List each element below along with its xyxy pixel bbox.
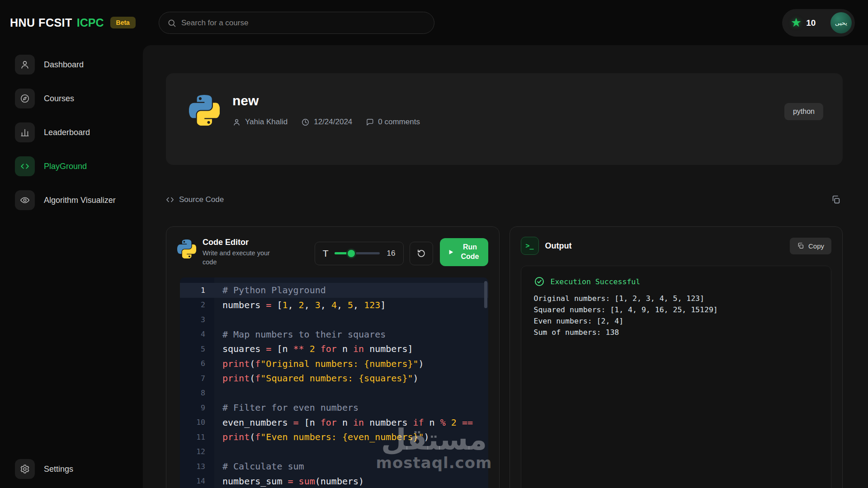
code-line-12[interactable]: 12 bbox=[180, 445, 488, 460]
sidebar-item-courses[interactable]: Courses bbox=[0, 89, 143, 108]
run-code-label: Run Code bbox=[459, 243, 481, 262]
sidebar-item-label: Courses bbox=[44, 94, 74, 103]
code-line-1[interactable]: 1# Python Playground bbox=[180, 283, 488, 298]
sidebar-item-settings[interactable]: Settings bbox=[0, 459, 143, 479]
code-text: print(f"Even numbers: {even_numbers}") bbox=[214, 432, 429, 442]
header: HNU FCSIT ICPC Beta ★ 10 يحيى bbox=[0, 0, 868, 45]
line-number: 14 bbox=[180, 477, 214, 485]
copy-label: Copy bbox=[808, 242, 824, 250]
eye-icon bbox=[15, 190, 35, 210]
code-line-10[interactable]: 10even_numbers = [n for n in numbers if … bbox=[180, 415, 488, 430]
code-line-13[interactable]: 13# Calculate sum bbox=[180, 459, 488, 474]
comment-icon bbox=[366, 118, 374, 126]
output-title: Output bbox=[545, 241, 572, 251]
copy-output-button[interactable]: Copy bbox=[790, 238, 831, 254]
output-line: Squared numbers: [1, 4, 9, 16, 25, 15129… bbox=[534, 304, 819, 315]
code-line-4[interactable]: 4# Map numbers to their squares bbox=[180, 327, 488, 342]
execution-status: Execution Successful bbox=[534, 276, 819, 287]
code-lines: 1# Python Playground2numbers = [1, 2, 3,… bbox=[180, 283, 488, 488]
line-number: 7 bbox=[180, 374, 214, 383]
output-header: >_ Output Copy bbox=[510, 227, 843, 265]
copy-icon bbox=[797, 242, 804, 249]
avatar[interactable]: يحيى bbox=[830, 12, 852, 33]
post-info: new Yahia Khalid 12/24/2024 0 comments bbox=[232, 95, 420, 127]
line-number: 2 bbox=[180, 300, 214, 309]
search-bar[interactable] bbox=[159, 12, 434, 34]
brand-primary: HNU FCSIT bbox=[10, 16, 72, 29]
user-icon bbox=[232, 118, 241, 127]
sidebar-item-dashboard[interactable]: Dashboard bbox=[0, 55, 143, 75]
line-number: 5 bbox=[180, 345, 214, 353]
code-icon bbox=[15, 156, 35, 176]
comments-meta: 0 comments bbox=[366, 117, 420, 127]
sidebar-item-label: Algorithm Visualizer bbox=[44, 196, 116, 205]
slider-thumb[interactable] bbox=[348, 250, 355, 257]
font-size-slider[interactable] bbox=[335, 252, 380, 254]
search-input[interactable] bbox=[181, 19, 426, 28]
line-number: 9 bbox=[180, 404, 214, 412]
sidebar-item-label: Dashboard bbox=[44, 60, 84, 70]
code-line-2[interactable]: 2numbers = [1, 2, 3, 4, 5, 123] bbox=[180, 298, 488, 313]
play-icon bbox=[447, 249, 454, 256]
editor-titles: Code Editor Write and execute your code bbox=[203, 238, 280, 267]
output-line: Sum of numbers: 138 bbox=[534, 327, 819, 338]
sidebar-items: DashboardCoursesLeaderboardPlayGroundAlg… bbox=[0, 55, 143, 210]
sidebar-item-label: Leaderboard bbox=[44, 128, 90, 137]
code-text: # Map numbers to their squares bbox=[214, 329, 386, 340]
post-meta: Yahia Khalid 12/24/2024 0 comments bbox=[232, 117, 420, 127]
line-number: 8 bbox=[180, 389, 214, 397]
bar-chart-icon bbox=[15, 122, 35, 142]
code-text: numbers_sum = sum(numbers) bbox=[214, 476, 364, 487]
sidebar-item-playground[interactable]: PlayGround bbox=[0, 156, 143, 176]
post-title: new bbox=[232, 93, 420, 108]
output-lines: Original numbers: [1, 2, 3, 4, 5, 123]Sq… bbox=[534, 293, 819, 338]
output-line: Original numbers: [1, 2, 3, 4, 5, 123] bbox=[534, 293, 819, 304]
code-line-11[interactable]: 11print(f"Even numbers: {even_numbers}") bbox=[180, 430, 488, 445]
user-icon bbox=[15, 55, 35, 75]
code-line-8[interactable]: 8 bbox=[180, 386, 488, 401]
reset-button[interactable] bbox=[410, 242, 433, 265]
date-meta: 12/24/2024 bbox=[301, 117, 352, 127]
code-editor[interactable]: 1# Python Playground2numbers = [1, 2, 3,… bbox=[180, 277, 488, 488]
code-text: numbers = [1, 2, 3, 4, 5, 123] bbox=[214, 300, 386, 310]
code-line-14[interactable]: 14numbers_sum = sum(numbers) bbox=[180, 474, 488, 488]
panels-row: Code Editor Write and execute your code … bbox=[166, 226, 843, 488]
editor-header: Code Editor Write and execute your code … bbox=[166, 227, 499, 267]
line-number: 1 bbox=[180, 286, 214, 295]
line-number: 11 bbox=[180, 433, 214, 441]
source-code-header: Source Code bbox=[166, 189, 843, 211]
code-line-5[interactable]: 5squares = [n ** 2 for n in numbers] bbox=[180, 342, 488, 357]
post-card: new Yahia Khalid 12/24/2024 0 comments p… bbox=[166, 73, 843, 165]
sidebar-item-leaderboard[interactable]: Leaderboard bbox=[0, 122, 143, 142]
font-size-control: T 16 bbox=[315, 242, 404, 265]
check-circle-icon bbox=[534, 276, 545, 287]
code-line-9[interactable]: 9# Filter for even numbers bbox=[180, 400, 488, 415]
user-pill[interactable]: ★ 10 يحيى bbox=[782, 9, 855, 37]
copy-icon[interactable] bbox=[831, 195, 841, 205]
line-number: 10 bbox=[180, 418, 214, 427]
code-line-3[interactable]: 3 bbox=[180, 312, 488, 327]
code-text: # Python Playground bbox=[214, 285, 326, 296]
editor-scrollbar[interactable] bbox=[484, 281, 487, 308]
sidebar-item-label: PlayGround bbox=[44, 162, 87, 171]
run-code-button[interactable]: Run Code bbox=[440, 238, 488, 266]
sidebar: DashboardCoursesLeaderboardPlayGroundAlg… bbox=[0, 45, 143, 488]
reset-icon bbox=[416, 249, 426, 258]
beta-badge: Beta bbox=[110, 17, 136, 28]
post-date: 12/24/2024 bbox=[314, 117, 352, 127]
source-code-label: Source Code bbox=[179, 195, 224, 204]
code-line-7[interactable]: 7print(f"Squared numbers: {squares}") bbox=[180, 371, 488, 386]
language-tag[interactable]: python bbox=[784, 103, 823, 120]
gear-icon bbox=[15, 459, 35, 479]
comments-count: 0 comments bbox=[378, 117, 420, 127]
clock-icon bbox=[301, 118, 310, 127]
brand-logo[interactable]: HNU FCSIT ICPC Beta bbox=[10, 0, 136, 45]
font-size-icon: T bbox=[323, 248, 329, 259]
sidebar-item-algorithm-visualizer[interactable]: Algorithm Visualizer bbox=[0, 190, 143, 210]
code-line-6[interactable]: 6print(f"Original numbers: {numbers}") bbox=[180, 357, 488, 371]
editor-title: Code Editor bbox=[203, 238, 280, 247]
code-text: squares = [n ** 2 for n in numbers] bbox=[214, 343, 413, 354]
code-brackets-icon bbox=[166, 196, 174, 204]
editor-title-group: Code Editor Write and execute your code bbox=[177, 238, 280, 267]
code-editor-panel: Code Editor Write and execute your code … bbox=[166, 226, 500, 488]
